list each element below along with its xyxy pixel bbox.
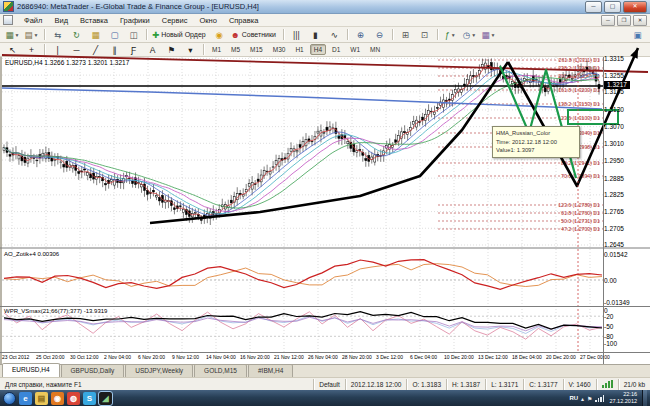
menu-Графики[interactable]: Графики	[114, 16, 156, 25]
price-axis-label: 1.3070	[604, 123, 624, 130]
taskbar-clock[interactable]: 22:1627.12.2012	[609, 391, 637, 405]
cascade-windows-button[interactable]: ⊡	[415, 27, 434, 42]
chevron-down-icon: ▼	[490, 32, 495, 38]
timeframe-M5[interactable]: M5	[227, 44, 244, 55]
status-l: L: 1.3171	[485, 379, 523, 390]
system-tray: RU▴⚑22:1627.12.2012	[569, 391, 639, 405]
chart-background[interactable]	[2, 57, 650, 364]
chrome-icon[interactable]: ◍	[67, 392, 80, 405]
timeframe-M30[interactable]: M30	[269, 44, 290, 55]
time-axis-label: 6 Dec 04:00	[410, 354, 437, 360]
wpr-axis-label: -20	[604, 313, 613, 320]
tooltip-time: Time: 2012.12.18 12:00	[496, 138, 576, 147]
new-order-button[interactable]: ✚Новый Ордер	[150, 27, 210, 42]
horizontal-line-icon: ─	[73, 45, 79, 55]
timeframe-MN[interactable]: MN	[366, 44, 384, 55]
statusbar: Для справки, нажмите F1Default2012.12.18…	[0, 377, 650, 390]
tab-USDJPY-Weekly[interactable]: USDJPY,Weekly	[125, 364, 193, 377]
media-icon[interactable]: ◉	[51, 392, 64, 405]
crosshair-tool[interactable]: +	[22, 42, 41, 57]
price-axis-label: 1.3315	[604, 55, 624, 62]
horizontal-line-tool[interactable]: ─	[67, 42, 86, 57]
timeframe-W1[interactable]: W1	[346, 44, 364, 55]
menu-Справка[interactable]: Справка	[223, 16, 264, 25]
show-hidden-icons-button[interactable]: ▴	[581, 395, 584, 402]
candlestick-chart-button[interactable]: ▮	[306, 27, 325, 42]
tile-windows-button[interactable]: ⊞	[396, 27, 415, 42]
fibonacci-tool[interactable]: Ƒ	[124, 42, 143, 57]
timeframe-M1[interactable]: M1	[208, 44, 225, 55]
status-c: C: 1.3177	[523, 379, 562, 390]
menu-Вставка[interactable]: Вставка	[74, 16, 114, 25]
time-axis-label: 26 Nov 04:00	[308, 354, 338, 360]
grid-icon: ▦	[91, 30, 99, 40]
timeframe-H4[interactable]: H4	[310, 44, 326, 55]
tab-GBPUSD-Daily[interactable]: GBPUSD,Daily	[61, 364, 125, 377]
show-desktop-button[interactable]	[642, 390, 647, 406]
periods-button[interactable]: ◷▼	[460, 27, 479, 42]
chat-button[interactable]: ▣	[628, 27, 647, 42]
tab-GOLD-M15[interactable]: GOLD,M15	[194, 364, 247, 377]
trendline-tool[interactable]: ╱	[86, 42, 105, 57]
minimize-button[interactable]: ─	[585, 1, 602, 13]
expert-advisors-button[interactable]: ☻Советники	[229, 27, 280, 42]
network-icon[interactable]	[595, 395, 604, 402]
indicators-button[interactable]: ƒ▼	[441, 27, 460, 42]
skype-icon[interactable]: S	[83, 392, 96, 405]
auto-scroll-button[interactable]: ↻	[67, 27, 86, 42]
mdi-close-button[interactable]: ✕	[633, 15, 647, 26]
timeframe-M15[interactable]: M15	[246, 44, 267, 55]
explorer-icon[interactable]: ▤	[35, 392, 48, 405]
timeframe-D1[interactable]: D1	[328, 44, 344, 55]
price-axis-label: 1.2950	[604, 157, 624, 164]
text-tool[interactable]: A	[143, 42, 162, 57]
titlebar: 2686940: MetaTrader - E-Global Trade & F…	[0, 0, 650, 14]
indicator-window-icon: ◫	[129, 30, 137, 40]
menu-Вид[interactable]: Вид	[48, 16, 74, 25]
menu-Файл[interactable]: Файл	[18, 16, 48, 25]
metatrader-icon[interactable]: ◢	[99, 392, 112, 405]
new-chart-button[interactable]: ▦▼	[3, 27, 22, 42]
grid-button[interactable]: ▦	[86, 27, 105, 42]
profiles-button[interactable]: ▤▼	[22, 27, 41, 42]
templates-button[interactable]: ▦▼	[479, 27, 498, 42]
maximize-button[interactable]: ▢	[604, 1, 621, 13]
channel-tool[interactable]: ∥	[105, 42, 124, 57]
time-axis-label: 14 Nov 04:00	[206, 354, 236, 360]
action-center-icon[interactable]: ⚑	[587, 395, 592, 402]
mdi-minimize-button[interactable]: ─	[601, 15, 615, 26]
cursor-tool[interactable]: ↖	[3, 42, 22, 57]
ie-icon[interactable]: e	[19, 392, 32, 405]
objects-button[interactable]: ▢	[105, 27, 124, 42]
indicator-window-button[interactable]: ◫	[124, 27, 143, 42]
menu-Окно[interactable]: Окно	[193, 16, 222, 25]
chevron-down-icon: ▾	[188, 45, 192, 55]
new-order-button-label: Новый Ордер	[161, 31, 206, 38]
tab--IBM-H4[interactable]: #IBM,H4	[248, 364, 293, 377]
bar-chart-button[interactable]: |||	[287, 27, 306, 42]
deposit-button[interactable]: ◉	[210, 27, 229, 42]
chevron-down-icon: ▼	[451, 32, 456, 38]
close-button[interactable]: ✕	[623, 1, 647, 13]
status-profile[interactable]: Default	[313, 379, 345, 390]
time-axis-label: 30 Oct 12:00	[70, 354, 99, 360]
zoom-out-button[interactable]: ⊖	[370, 27, 389, 42]
time-axis-label: 27 Dec 00:00	[580, 354, 610, 360]
start-button[interactable]	[3, 392, 16, 405]
time-axis-label: 18 Dec 04:00	[512, 354, 542, 360]
chart-shift-button[interactable]: ⇆	[48, 27, 67, 42]
tab-EURUSD-H4[interactable]: EURUSD,H4	[2, 363, 60, 377]
fibonacci-icon: Ƒ	[131, 45, 136, 55]
label-tool[interactable]: ⚑	[162, 42, 181, 57]
coin-icon: ◉	[216, 30, 223, 40]
zoom-in-button[interactable]: ⊕	[351, 27, 370, 42]
line-chart-icon: ∿	[331, 30, 338, 40]
price-axis-label: 1.2885	[604, 175, 624, 182]
language-indicator[interactable]: RU	[569, 395, 578, 401]
shapes-tool[interactable]: ▾	[181, 42, 200, 57]
mdi-restore-button[interactable]: ❐	[617, 15, 631, 26]
vertical-line-tool[interactable]: |	[48, 42, 67, 57]
menu-Сервис[interactable]: Сервис	[156, 16, 194, 25]
timeframe-H1[interactable]: H1	[291, 44, 307, 55]
line-chart-button[interactable]: ∿	[325, 27, 344, 42]
